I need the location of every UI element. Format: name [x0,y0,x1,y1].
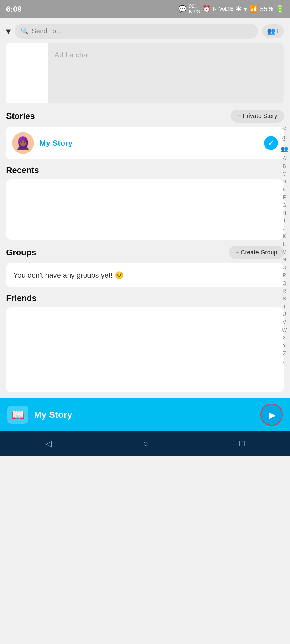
bottom-bar-title: My Story [34,410,72,420]
index-C[interactable]: C [282,171,286,178]
home-button[interactable]: ○ [143,439,148,448]
index-W[interactable]: W [282,327,287,334]
volte-icon: VoLTE [219,6,233,12]
index-V[interactable]: V [283,319,286,326]
groups-empty-card: You don't have any groups yet! 😟 [6,263,284,287]
friends-card [6,307,284,392]
my-story-name: My Story [39,139,259,148]
stories-section: Stories + Private Story 🧕🏾 My Story ✓ [0,110,290,159]
index-B[interactable]: B [283,163,286,170]
index-L[interactable]: L [283,241,286,248]
story-book-icon: 📖 [12,409,24,421]
back-button[interactable]: ◁ [45,439,52,449]
nfc-icon: N [213,6,217,12]
status-bar: 6:09 💬 001KB/S ⏰ N VoLTE ✱ ▾ 📶 55% 🔋 [0,0,290,18]
recents-header: Recents [6,165,284,175]
play-icon: ▶ [269,410,276,420]
index-D[interactable]: D [282,178,286,185]
add-friends-button[interactable]: 👥+ [262,24,284,38]
play-button[interactable]: ▶ [260,404,283,426]
status-time: 6:09 [6,5,22,14]
index-I[interactable]: I [284,217,285,224]
stories-title: Stories [6,111,35,121]
index-Q[interactable]: Q [282,280,286,287]
bluetooth-icon: ✱ [236,5,241,13]
header: ▾ 🔍 👥+ [0,18,290,43]
index-X[interactable]: X [283,334,286,342]
friends-title: Friends [6,293,37,303]
friends-icon[interactable]: 👥 [281,145,288,153]
index-G[interactable]: G [282,202,286,209]
avatar-emoji: 🧕🏾 [15,136,31,150]
add-chat-placeholder[interactable]: Add a chat... [48,43,284,103]
recents-title: Recents [6,165,39,175]
index-Z[interactable]: Z [283,350,286,357]
friends-header: Friends [6,293,284,303]
index-A[interactable]: A [283,155,286,162]
search-bar[interactable]: 🔍 [15,24,258,39]
signal-icon: 📶 [249,5,258,13]
index-H[interactable]: H [282,210,286,217]
create-group-button[interactable]: + Create Group [229,246,284,259]
groups-header: Groups + Create Group [6,246,284,259]
recent-icon[interactable]: ⏱ [282,134,288,143]
data-icon: 001KB/S [189,4,200,15]
android-nav-bar: ◁ ○ □ [0,431,290,456]
wifi-icon: ▾ [244,5,247,13]
avatar: 🧕🏾 [12,132,34,154]
index-E[interactable]: E [283,186,286,193]
stories-card: 🧕🏾 My Story ✓ [6,127,284,159]
index-J[interactable]: J [283,225,286,232]
recent-apps-button[interactable]: □ [239,439,245,448]
index-M[interactable]: M [282,249,286,256]
search-input[interactable] [32,27,252,35]
index-R[interactable]: R [282,288,286,295]
main-content: ▾ 🔍 👥+ Add a chat... ☺ ⏱ 👥 A B C D E F G… [0,18,290,456]
recents-section: Recents [0,165,290,240]
friends-section: Friends [0,293,290,392]
bottom-bar: 📖 My Story ▶ [0,398,290,431]
recents-card [6,179,284,240]
private-story-button[interactable]: + Private Story [231,110,284,123]
battery-icon: 🔋 [276,5,284,13]
index-N[interactable]: N [282,256,286,263]
groups-section: Groups + Create Group You don't have any… [0,246,290,287]
battery-percent: 55% [260,5,273,13]
groups-empty-text: You don't have any groups yet! 😟 [13,271,124,279]
my-story-item[interactable]: 🧕🏾 My Story ✓ [6,127,284,159]
alarm-icon: ⏰ [203,5,211,13]
index-hash[interactable]: # [283,358,286,365]
stories-header: Stories + Private Story [6,110,284,123]
status-icons: 💬 001KB/S ⏰ N VoLTE ✱ ▾ 📶 55% 🔋 [178,4,284,15]
groups-title: Groups [6,248,36,257]
whatsapp-icon: 💬 [178,5,186,13]
story-check-icon[interactable]: ✓ [264,136,278,150]
story-icon-box: 📖 [7,406,28,424]
index-U[interactable]: U [282,311,286,318]
search-icon: 🔍 [21,27,29,35]
index-F[interactable]: F [283,194,286,201]
send-to-area: Add a chat... [6,43,284,103]
alphabetical-index[interactable]: ☺ ⏱ 👥 A B C D E F G H I J K L M N O P Q … [279,121,290,368]
emoji-icon[interactable]: ☺ [281,124,287,132]
index-O[interactable]: O [282,264,286,271]
index-P[interactable]: P [283,272,286,279]
index-K[interactable]: K [283,233,286,240]
send-to-preview [6,43,48,103]
index-S[interactable]: S [283,295,286,302]
chevron-down-icon[interactable]: ▾ [6,26,10,36]
index-Y[interactable]: Y [283,342,286,349]
bottom-bar-left: 📖 My Story [7,406,72,424]
index-T[interactable]: T [283,303,286,310]
